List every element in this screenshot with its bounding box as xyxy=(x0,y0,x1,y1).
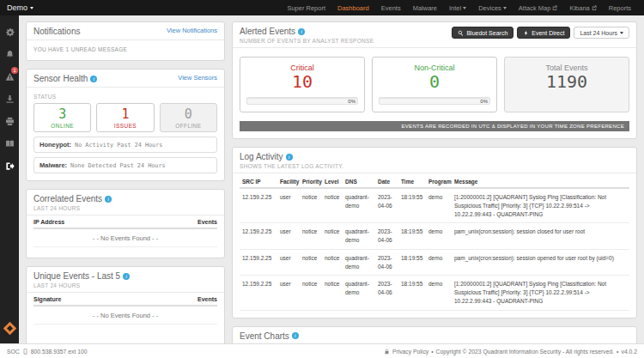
sensor-status-label: STATUS xyxy=(33,94,217,100)
log-table-row: 12.159.2.25usernoticenoticequadrant-demo… xyxy=(240,249,629,276)
nav-item-dashboard[interactable]: Dashboard xyxy=(331,0,375,15)
middle-region: 1 Notifications View Notifications YOU H… xyxy=(0,15,644,343)
sidebar-printer-button[interactable] xyxy=(0,110,19,132)
chevron-down-icon xyxy=(463,7,466,9)
progress-bar: 0% xyxy=(246,97,358,105)
nav-item-intel[interactable]: Intel xyxy=(443,0,472,15)
log-cell: 18:19:55 xyxy=(398,223,426,250)
privacy-policy-link[interactable]: Privacy Policy xyxy=(392,349,428,355)
log-cell: demo xyxy=(426,276,452,310)
info-icon[interactable] xyxy=(105,196,112,203)
sidebar-bell-button[interactable] xyxy=(0,43,19,65)
footer-right: Privacy Policy • Copyright © 2023 Quadra… xyxy=(384,349,637,355)
log-cell: 12.159.2.25 xyxy=(240,223,277,250)
nav-item-events[interactable]: Events xyxy=(375,0,407,15)
log-column-dns: DNS xyxy=(343,175,375,188)
brand-menu[interactable]: Demo xyxy=(7,3,33,12)
log-cell: 18:19:55 xyxy=(398,188,426,223)
log-activity-body: SRC IPFacilityPriorityLevelDNSDateTimePr… xyxy=(233,173,636,318)
info-icon[interactable] xyxy=(298,28,305,35)
time-range-dropdown[interactable]: Last 24 Hours xyxy=(574,27,629,39)
sidebar-gear-button[interactable] xyxy=(0,21,19,43)
progress-bar: 0% xyxy=(379,97,490,105)
sensor-stat-offline: 0OFFLINE xyxy=(160,103,217,132)
notifications-panel: Notifications View Notifications YOU HAV… xyxy=(26,21,225,61)
sensor-stat-online: 3ONLINE xyxy=(33,103,91,132)
quadrant-logo[interactable] xyxy=(3,322,16,336)
external-link-icon xyxy=(592,5,597,10)
navbar-menu: Super ReportDashboardEventsMalwareIntelD… xyxy=(281,0,637,15)
log-cell: quadrant-demo xyxy=(343,249,375,276)
view-notifications-link[interactable]: View Notifications xyxy=(167,27,217,34)
view-sensors-link[interactable]: View Sensors xyxy=(178,74,217,82)
stat-value: 1190 xyxy=(511,72,623,92)
log-activity-heading-block: Log Activity SHOWS THE LATEST LOG ACTIVI… xyxy=(240,152,343,169)
log-cell: user xyxy=(277,223,300,250)
correlated-events-table: IP Address Events - - No Events Found - … xyxy=(27,215,224,258)
event-direct-label: Event Direct xyxy=(532,30,564,36)
unique-events-table: Signature Events - - No Events Found - - xyxy=(27,293,224,343)
log-activity-panel: Log Activity SHOWS THE LATEST LOG ACTIVI… xyxy=(232,147,637,319)
nav-item-kibana[interactable]: Kibana xyxy=(563,0,602,15)
correlated-events-title: Correlated Events xyxy=(33,194,112,203)
alerted-events-actions: Bluedot Search Event Direct Last 24 Hour… xyxy=(452,27,629,39)
footer: SOC 800.538.9357 ext 100 Privacy Policy … xyxy=(0,343,644,358)
row-label: Honeypot: xyxy=(39,141,71,149)
bell-icon xyxy=(5,50,15,59)
nav-item-devices[interactable]: Devices xyxy=(472,0,513,15)
sensor-health-panel: Sensor Health View Sensors STATUS 3ONLIN… xyxy=(26,69,225,181)
log-cell: notice xyxy=(322,223,343,250)
log-activity-title-text: Log Activity xyxy=(240,152,283,161)
alerted-stat-total-events: Total Events1190 xyxy=(504,57,629,112)
column-header: Signature xyxy=(33,296,61,302)
sidebar-warning-button[interactable]: 1 xyxy=(0,65,19,88)
bluedot-search-button[interactable]: Bluedot Search xyxy=(452,27,513,39)
correlated-events-heading-block: Correlated Events LAST 24 HOURS xyxy=(33,194,112,211)
info-icon[interactable] xyxy=(90,76,97,82)
log-activity-title: Log Activity xyxy=(240,152,343,161)
log-cell: pam_unix(cron:session): session opened f… xyxy=(452,249,629,276)
book-icon xyxy=(5,139,15,149)
soc-phone: 800.538.9357 ext 100 xyxy=(31,349,88,355)
nav-item-reports[interactable]: Reports xyxy=(603,0,637,15)
correlated-events-title-text: Correlated Events xyxy=(33,194,102,203)
log-cell: user xyxy=(277,276,300,310)
log-cell: pam_unix(cron:session): session closed f… xyxy=(452,223,629,250)
log-cell: 12.159.2.25 xyxy=(240,188,277,223)
event-direct-button[interactable]: Event Direct xyxy=(517,27,570,39)
empty-state-text: - - No Events Found - - xyxy=(33,306,217,325)
notifications-header: Notifications View Notifications xyxy=(27,22,224,40)
nav-item-super-report[interactable]: Super Report xyxy=(281,0,331,15)
column-header: Events xyxy=(197,219,217,225)
log-table-header-row: SRC IPFacilityPriorityLevelDNSDateTimePr… xyxy=(240,175,629,188)
external-link-icon xyxy=(552,5,557,10)
separator: • xyxy=(431,349,433,355)
nav-item-attack-map[interactable]: Attack Map xyxy=(513,0,564,15)
log-cell: 2023-04-06 xyxy=(375,223,398,250)
correlated-events-header: Correlated Events LAST 24 HOURS xyxy=(27,190,224,215)
log-cell: notice xyxy=(322,249,343,276)
info-icon[interactable] xyxy=(292,332,299,339)
info-icon[interactable] xyxy=(286,154,293,161)
sensor-health-header: Sensor Health View Sensors xyxy=(27,70,224,88)
sidebar-download-button[interactable] xyxy=(0,88,19,110)
notification-count-badge: 1 xyxy=(11,67,18,74)
log-cell: quadrant-demo xyxy=(343,276,375,310)
event-charts-header: Event Charts GROUPED BY CATEGORY. xyxy=(233,327,636,344)
log-cell: quadrant-demo xyxy=(343,188,375,223)
stat-value: 0 xyxy=(379,72,490,92)
sidebar-book-button[interactable] xyxy=(0,132,19,155)
log-table-body: 12.159.2.25usernoticenoticequadrant-demo… xyxy=(240,188,629,310)
sidebar-signout-button[interactable] xyxy=(0,155,19,177)
log-cell: user xyxy=(277,188,300,223)
column-header: Events xyxy=(197,296,217,302)
log-cell: notice xyxy=(300,276,322,310)
nav-item-label: Devices xyxy=(478,4,501,12)
log-column-src-ip: SRC IP xyxy=(240,175,277,188)
nav-item-malware[interactable]: Malware xyxy=(407,0,443,15)
bluedot-search-label: Bluedot Search xyxy=(466,30,507,36)
log-cell: quadrant-demo xyxy=(343,223,375,250)
unique-events-title-text: Unique Events - Last 5 xyxy=(33,271,120,281)
info-icon[interactable] xyxy=(123,273,130,280)
stat-value: 3 xyxy=(34,107,90,122)
